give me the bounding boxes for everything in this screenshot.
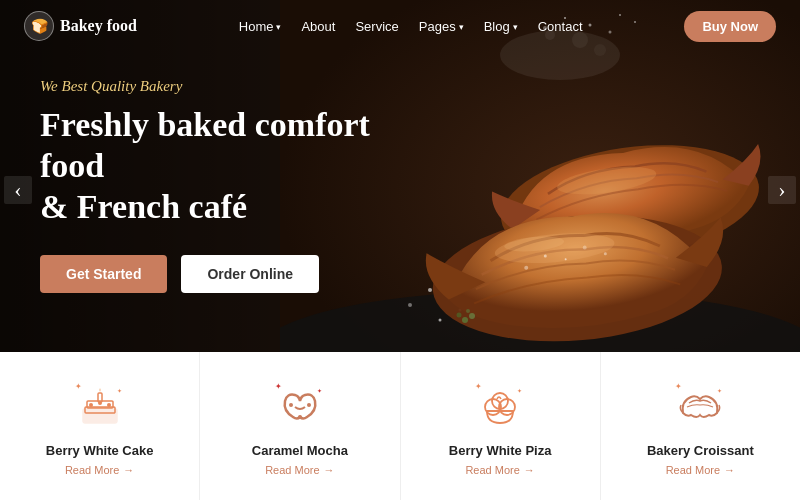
svg-point-20 [457, 313, 462, 318]
card-title-croissant: Bakery Croissant [647, 443, 754, 458]
nav-item-contact[interactable]: Contact [538, 19, 583, 34]
card-berry-white-cake: ✦ ✦ Berry White Cake Read More → [0, 352, 200, 500]
card-title-cake: Berry White Cake [46, 443, 154, 458]
nav-item-blog[interactable]: Blog ▾ [484, 19, 518, 34]
card-link-piza[interactable]: Read More → [465, 464, 534, 476]
card-caramel-mocha: ✦ ✦ Caramel Mocha Read More → [200, 352, 400, 500]
get-started-button[interactable]: Get Started [40, 255, 167, 293]
nav-link-contact[interactable]: Contact [538, 19, 583, 34]
nav-item-about[interactable]: About [301, 19, 335, 34]
svg-rect-34 [83, 409, 117, 423]
card-title-mocha: Caramel Mocha [252, 443, 348, 458]
nav-link-service[interactable]: Service [355, 19, 398, 34]
nav-link-pages[interactable]: Pages ▾ [419, 19, 464, 34]
nav-item-home[interactable]: Home ▾ [239, 19, 282, 34]
svg-point-18 [462, 317, 468, 323]
svg-point-19 [469, 313, 475, 319]
nav-links: Home ▾ About Service Pages ▾ [239, 19, 583, 34]
card-link-cake[interactable]: Read More → [65, 464, 134, 476]
svg-point-39 [98, 401, 102, 405]
nav-item-pages[interactable]: Pages ▾ [419, 19, 464, 34]
hero-title: Freshly baked comfort food & French café [40, 105, 420, 227]
logo-icon: 🍞 [24, 11, 54, 41]
card-link-croissant[interactable]: Read More → [666, 464, 735, 476]
svg-text:✦: ✦ [675, 382, 682, 391]
svg-text:✦: ✦ [475, 382, 482, 391]
svg-text:✦: ✦ [517, 388, 522, 394]
hero-buttons: Get Started Order Online [40, 255, 420, 293]
caret-icon: ▾ [513, 22, 518, 32]
caret-icon: ▾ [276, 22, 281, 32]
svg-point-21 [466, 309, 470, 313]
hero-content: We Best Quality Bakery Freshly baked com… [40, 78, 420, 293]
brand-name: Bakey food [60, 17, 137, 35]
svg-point-6 [439, 319, 442, 322]
svg-point-40 [107, 403, 111, 407]
nav-link-about[interactable]: About [301, 19, 335, 34]
svg-text:✦: ✦ [717, 388, 722, 394]
hero-section: 🍞 Bakey food Home ▾ About Service [0, 0, 800, 380]
card-bakery-croissant: ✦ ✦ Bakery Croissant Read More → [601, 352, 800, 500]
cake-icon: ✦ ✦ [73, 379, 127, 433]
order-online-button[interactable]: Order Online [181, 255, 319, 293]
logo[interactable]: 🍞 Bakey food [24, 11, 137, 41]
svg-point-45 [298, 415, 302, 419]
icecream-icon: ✦ ✦ [473, 379, 527, 433]
navbar: 🍞 Bakey food Home ▾ About Service [0, 0, 800, 52]
caret-icon: ▾ [459, 22, 464, 32]
buy-now-button[interactable]: Buy Now [684, 11, 776, 42]
svg-point-44 [307, 403, 311, 407]
svg-point-50 [492, 393, 508, 409]
pretzel-icon: ✦ ✦ [273, 379, 327, 433]
svg-text:✦: ✦ [75, 382, 82, 391]
card-link-mocha[interactable]: Read More → [265, 464, 334, 476]
svg-text:✦: ✦ [275, 382, 282, 391]
nav-link-home[interactable]: Home ▾ [239, 19, 282, 34]
prev-arrow[interactable]: ‹ [4, 176, 32, 204]
nav-item-service[interactable]: Service [355, 19, 398, 34]
svg-point-38 [89, 403, 93, 407]
svg-text:✦: ✦ [317, 388, 322, 394]
card-title-piza: Berry White Piza [449, 443, 552, 458]
svg-point-5 [408, 303, 412, 307]
svg-text:✦: ✦ [117, 388, 122, 394]
card-berry-white-piza: ✦ ✦ Berry White Piza Read More → [401, 352, 601, 500]
svg-point-2 [428, 288, 432, 292]
svg-point-43 [289, 403, 293, 407]
next-arrow[interactable]: › [768, 176, 796, 204]
cards-section: ✦ ✦ Berry White Cake Read More → [0, 352, 800, 500]
hero-subtitle: We Best Quality Bakery [40, 78, 420, 95]
croissant-icon: ✦ ✦ [673, 379, 727, 433]
nav-link-blog[interactable]: Blog ▾ [484, 19, 518, 34]
